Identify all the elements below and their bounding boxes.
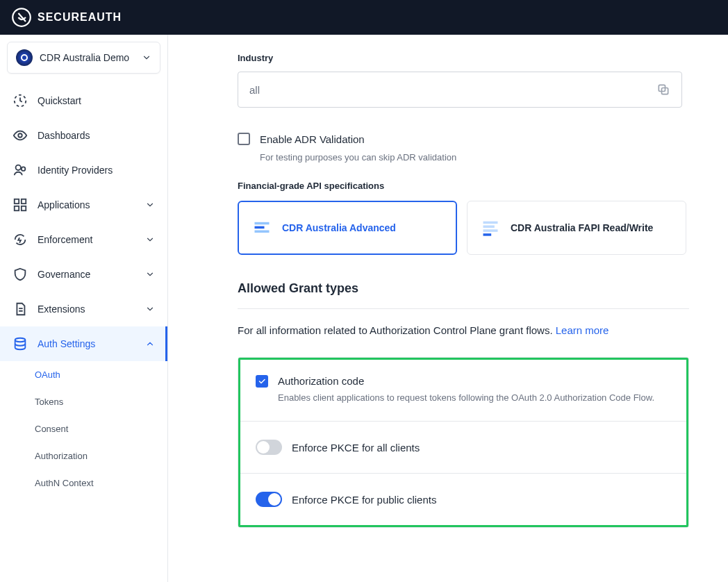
auth-code-desc: Enables client applications to request t… [278, 392, 654, 403]
grant-panel: Authorization code Enables client applic… [238, 357, 689, 528]
svg-point-2 [18, 133, 22, 138]
adr-validation-helper: For testing purposes you can skip ADR va… [260, 152, 689, 163]
grid-icon [13, 197, 28, 213]
chevron-up-icon [145, 339, 155, 349]
svg-rect-6 [22, 199, 26, 203]
eye-icon [13, 128, 28, 143]
sidebar-item-quickstart[interactable]: Quickstart [0, 83, 167, 118]
sidebar-nav: Quickstart Dashboards Identity Providers… [0, 81, 167, 582]
pkce-all-toggle[interactable] [256, 440, 282, 455]
auth-code-checkbox[interactable] [256, 375, 268, 388]
doc-icon [251, 217, 272, 238]
shield-icon [13, 267, 28, 282]
sidebar-subnav: OAuth Tokens Consent Authorization AuthN… [0, 361, 167, 497]
svg-rect-18 [483, 233, 492, 236]
learn-more-link[interactable]: Learn more [556, 324, 609, 336]
chevron-down-icon [145, 269, 155, 279]
subnav-authn-context[interactable]: AuthN Context [35, 469, 167, 497]
sidebar-item-label: Dashboards [38, 130, 90, 141]
sidebar-item-dashboards[interactable]: Dashboards [0, 118, 167, 153]
svg-point-3 [16, 165, 21, 170]
svg-rect-5 [15, 199, 19, 203]
pkce-public-toggle[interactable] [256, 492, 282, 507]
copy-icon[interactable] [656, 83, 670, 97]
brand-icon [11, 7, 32, 28]
chevron-down-icon [142, 53, 151, 63]
svg-rect-7 [15, 206, 19, 210]
subnav-consent[interactable]: Consent [35, 415, 167, 442]
sidebar-item-extensions[interactable]: Extensions [0, 292, 167, 326]
sidebar-item-applications[interactable]: Applications [0, 188, 167, 222]
svg-point-4 [22, 167, 26, 171]
sidebar-item-label: Enforcement [38, 234, 92, 245]
brand-text: SECUREAUTH [38, 11, 122, 24]
workspace-selector[interactable]: CDR Australia Demo [7, 42, 160, 74]
auth-code-title: Authorization code [278, 375, 654, 387]
grant-types-info: For all information related to Authoriza… [238, 324, 689, 336]
grant-types-title: Allowed Grant types [238, 281, 689, 296]
adr-validation-row: Enable ADR Validation [238, 133, 689, 145]
fapi-card-advanced[interactable]: CDR Australia Advanced [238, 201, 457, 255]
subnav-oauth[interactable]: OAuth [35, 361, 167, 388]
top-bar: SECUREAUTH [0, 0, 728, 35]
industry-label: Industry [238, 53, 689, 63]
main-content: Industry Enable ADR Validation For testi… [168, 35, 728, 582]
brand-logo: SECUREAUTH [11, 7, 122, 28]
svg-rect-13 [255, 226, 265, 229]
industry-input[interactable] [249, 84, 656, 96]
sidebar-item-auth-settings[interactable]: Auth Settings [0, 326, 167, 361]
sidebar-item-enforcement[interactable]: Enforcement [0, 222, 167, 257]
fapi-spec-label: Financial-grade API specifications [238, 181, 689, 191]
sidebar-item-label: Identity Providers [38, 165, 113, 176]
svg-rect-16 [483, 226, 495, 228]
users-icon [13, 163, 28, 178]
sidebar-item-governance[interactable]: Governance [0, 257, 167, 292]
sidebar: CDR Australia Demo Quickstart Dashboards… [0, 35, 168, 582]
svg-rect-15 [483, 222, 498, 224]
doc-icon [480, 217, 501, 238]
sidebar-item-label: Extensions [38, 304, 85, 315]
database-icon [13, 336, 28, 351]
chevron-down-icon [145, 304, 155, 314]
sidebar-item-label: Auth Settings [38, 338, 95, 349]
sidebar-item-identity-providers[interactable]: Identity Providers [0, 153, 167, 188]
pkce-public-label: Enforce PKCE for public clients [292, 494, 436, 506]
chevron-down-icon [145, 235, 155, 244]
subnav-authorization[interactable]: Authorization [35, 442, 167, 469]
sidebar-item-label: Applications [38, 199, 90, 210]
document-icon [13, 301, 28, 317]
enforcement-icon [13, 232, 28, 247]
adr-validation-checkbox[interactable] [238, 133, 250, 145]
fapi-card-title: CDR Australia Advanced [282, 222, 396, 233]
workspace-name: CDR Australia Demo [40, 52, 129, 63]
fapi-card-title: CDR Australia FAPI Read/Write [511, 222, 653, 233]
adr-validation-label: Enable ADR Validation [260, 133, 365, 145]
svg-point-9 [15, 338, 26, 342]
chevron-down-icon [145, 200, 155, 210]
industry-input-wrap[interactable] [238, 72, 682, 108]
workspace-icon [16, 49, 33, 66]
sidebar-item-label: Quickstart [38, 95, 81, 106]
svg-rect-17 [483, 229, 498, 232]
subnav-tokens[interactable]: Tokens [35, 388, 167, 415]
sidebar-item-label: Governance [38, 269, 90, 280]
svg-rect-8 [22, 206, 26, 210]
svg-rect-14 [255, 231, 270, 233]
pkce-all-label: Enforce PKCE for all clients [292, 442, 420, 454]
fapi-card-readwrite[interactable]: CDR Australia FAPI Read/Write [467, 201, 686, 255]
quickstart-icon [13, 93, 28, 108]
svg-rect-12 [255, 222, 270, 225]
grant-highlight-box: Authorization code Enables client applic… [238, 358, 688, 527]
